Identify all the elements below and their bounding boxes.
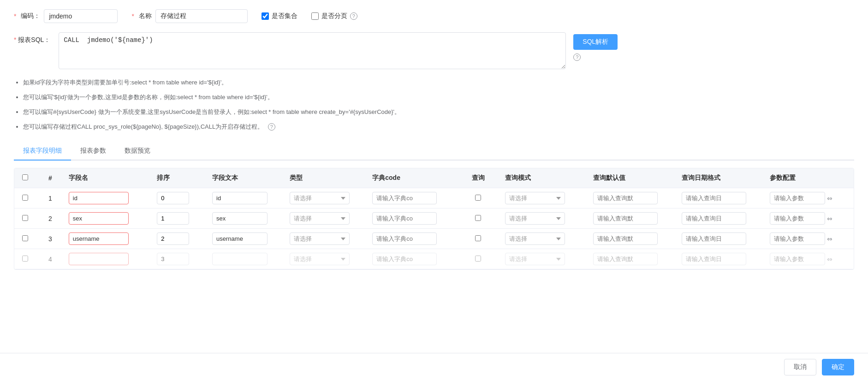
code-input[interactable] [44,9,118,23]
dictcode-input-4[interactable] [372,253,437,265]
param-resize-icon-1[interactable]: ⇔ [827,195,832,202]
table-row: 1 请选择 [14,188,854,208]
param-resize-icon-4[interactable]: ⇔ [827,256,832,263]
querymode-select-3[interactable]: 请选择 [505,232,565,245]
tip-item-1: 如果id字段为字符串类型则需要加单引号:select * from table … [23,77,854,89]
querydate-input-1[interactable] [682,192,746,204]
td-dictcode-4 [368,249,456,269]
cancel-button[interactable]: 取消 [784,359,816,375]
fieldtext-input-4[interactable] [212,253,268,265]
query-checkbox-2[interactable] [475,215,481,221]
sql-textarea[interactable]: CALL jmdemo('${name}') [59,32,566,69]
td-checkbox-1 [14,188,36,208]
stored-proc-help-icon[interactable]: ? [268,123,275,131]
sort-input-2[interactable] [157,212,189,225]
tab-preview[interactable]: 数据预览 [115,142,160,161]
code-label: 编码： [21,12,40,20]
querydefault-input-1[interactable] [593,192,658,204]
is-paginate-label: 是否分页 [321,12,347,20]
code-required-star: * [14,12,16,20]
row-3-checkbox[interactable] [22,235,28,241]
sql-row: * 报表SQL： CALL jmdemo('${name}') SQL解析 ? [14,32,854,69]
param-input-1[interactable] [770,192,825,204]
row-4-checkbox[interactable] [22,256,28,262]
td-param-3: ⇔ [765,229,854,249]
param-resize-icon-3[interactable]: ⇔ [827,235,832,243]
querydefault-input-2[interactable] [593,212,658,225]
tip-item-2: 您可以编写'${id}'做为一个参数,这里id是参数的名称，例如:select … [23,91,854,103]
row-2-checkbox[interactable] [22,215,28,221]
td-query-3 [456,229,500,249]
sql-help-icon[interactable]: ? [573,54,581,61]
th-fieldtext: 字段文本 [208,168,285,188]
confirm-button[interactable]: 确定 [822,359,854,375]
td-param-2: ⇔ [765,208,854,229]
querymode-select-2[interactable]: 请选择 [505,212,565,225]
td-type-3: 请选择 [285,229,368,249]
param-input-3[interactable] [770,232,825,245]
param-input-2[interactable] [770,212,825,225]
code-form-item: * 编码： [14,9,118,23]
fieldname-input-4[interactable] [69,253,129,265]
name-input[interactable] [155,9,248,23]
td-checkbox-4 [14,249,36,269]
sql-parse-button[interactable]: SQL解析 [573,34,618,50]
query-checkbox-1[interactable] [475,195,481,201]
tips-section: 如果id字段为字符串类型则需要加单引号:select * from table … [14,77,854,133]
sort-input-1[interactable] [157,192,189,204]
querymode-select-1[interactable]: 请选择 [505,192,565,204]
querydate-input-3[interactable] [682,232,746,245]
querymode-select-4[interactable]: 请选择 [505,253,565,265]
is-paginate-checkbox[interactable] [311,12,319,20]
td-num-4: 4 [36,249,64,269]
querydate-input-2[interactable] [682,212,746,225]
header-checkbox[interactable] [22,174,28,180]
querydefault-input-3[interactable] [593,232,658,245]
sort-input-3[interactable] [157,232,189,245]
th-checkbox [14,168,36,188]
is-aggregate-checkbox[interactable] [262,12,269,20]
fieldname-input-3[interactable] [69,232,129,245]
row-1-checkbox[interactable] [22,195,28,201]
type-select-4[interactable]: 请选择 [290,253,350,265]
fieldtext-input-3[interactable] [212,232,268,245]
param-input-4[interactable] [770,253,825,265]
param-resize-icon-2[interactable]: ⇔ [827,215,832,222]
dictcode-input-2[interactable] [372,212,437,225]
td-checkbox-3 [14,229,36,249]
fieldname-input-2[interactable] [69,212,129,225]
query-checkbox-4[interactable] [475,256,481,262]
th-fieldname: 字段名 [64,168,153,188]
tab-fields[interactable]: 报表字段明细 [14,142,71,161]
td-querydate-4 [677,249,766,269]
td-param-4: ⇔ [765,249,854,269]
th-querydefault: 查询默认值 [589,168,677,188]
td-query-4 [456,249,500,269]
type-select-1[interactable]: 请选择 [290,192,350,204]
is-aggregate-item[interactable]: 是否集合 [262,12,297,20]
td-fieldname-2 [64,208,153,229]
paginate-help-icon[interactable]: ? [350,12,357,20]
tab-params[interactable]: 报表参数 [71,142,115,161]
is-aggregate-label: 是否集合 [272,12,297,20]
query-checkbox-3[interactable] [475,235,481,241]
dictcode-input-3[interactable] [372,232,437,245]
td-type-4: 请选择 [285,249,368,269]
is-paginate-item[interactable]: 是否分页 ? [311,12,357,20]
td-dictcode-2 [368,208,456,229]
fieldname-input-1[interactable] [69,192,129,204]
td-checkbox-2 [14,208,36,229]
fieldtext-input-2[interactable] [212,212,268,225]
querydate-input-4[interactable] [682,253,746,265]
dictcode-input-1[interactable] [372,192,437,204]
top-form-row: * 编码： * 名称 是否集合 是否分页 ? [14,9,854,23]
type-select-3[interactable]: 请选择 [290,232,350,245]
table-header-row: # 字段名 排序 字段文本 类型 字典code [14,168,854,188]
td-querymode-3: 请选择 [500,229,589,249]
querydefault-input-4[interactable] [593,253,658,265]
type-select-2[interactable]: 请选择 [290,212,350,225]
th-num: # [36,168,64,188]
fieldtext-input-1[interactable] [212,192,268,204]
sort-input-4[interactable] [157,253,189,265]
td-num-2: 2 [36,208,64,229]
